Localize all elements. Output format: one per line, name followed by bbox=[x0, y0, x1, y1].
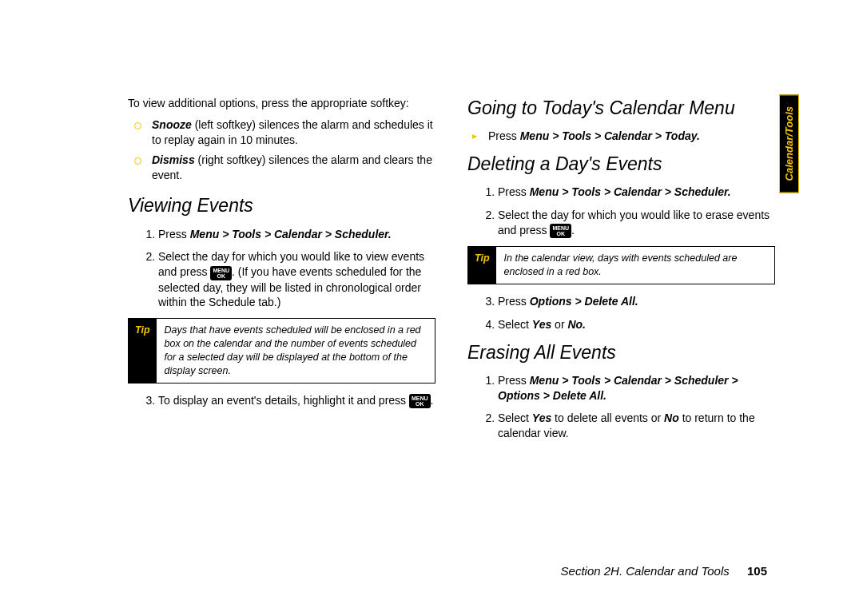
left-column: To view additional options, press the ap… bbox=[128, 96, 435, 449]
tip-text: In the calendar view, days with events s… bbox=[496, 247, 774, 284]
no: No. bbox=[567, 318, 586, 331]
viewing-steps-cont: To display an event's details, highlight… bbox=[128, 393, 435, 408]
softkey-bullets: Snooze (left softkey) silences the alarm… bbox=[128, 117, 435, 183]
step-3: To display an event's details, highlight… bbox=[158, 393, 435, 408]
tip-label: Tip bbox=[468, 247, 496, 284]
text: Press bbox=[498, 295, 530, 308]
intro-text: To view additional options, press the ap… bbox=[128, 96, 435, 111]
step-2: Select the day for which you would like … bbox=[158, 249, 435, 310]
text: to delete all events or bbox=[551, 411, 664, 424]
text: Press bbox=[498, 374, 530, 387]
text-cont: . bbox=[571, 224, 575, 236]
text: Select bbox=[498, 411, 532, 424]
text: Select bbox=[498, 318, 532, 331]
page-number: 105 bbox=[747, 564, 767, 578]
bullet-bold: Snooze bbox=[152, 118, 192, 131]
menu-ok-icon: MENUOK bbox=[409, 394, 431, 408]
erase-steps: Press Menu > Tools > Calendar > Schedule… bbox=[467, 373, 775, 442]
tip-box: Tip In the calendar view, days with even… bbox=[467, 246, 775, 284]
delete-steps: Press Menu > Tools > Calendar > Schedule… bbox=[467, 185, 775, 238]
step-text-cont: . bbox=[431, 394, 434, 407]
menu-ok-icon: MENUOK bbox=[210, 266, 232, 280]
step-2: Select Yes to delete all events or No to… bbox=[498, 411, 775, 441]
step-1: Press Menu > Tools > Calendar > Schedule… bbox=[498, 373, 775, 403]
bullet-dismiss: Dismiss (right softkey) silences the ala… bbox=[144, 153, 435, 183]
no: No bbox=[664, 411, 679, 424]
today-item: Press Menu > Tools > Calendar > Today. bbox=[483, 129, 775, 144]
heading-deleting-day: Deleting a Day's Events bbox=[467, 152, 775, 177]
bullet-bold: Dismiss bbox=[152, 153, 195, 166]
delete-steps-cont: Press Options > Delete All. Select Yes o… bbox=[467, 294, 775, 332]
step-text: To display an event's details, highlight… bbox=[158, 394, 409, 407]
yes: Yes bbox=[532, 411, 551, 424]
right-column: Going to Today's Calendar Menu Press Men… bbox=[467, 96, 775, 449]
page-content: To view additional options, press the ap… bbox=[0, 0, 863, 481]
menu-path: Menu > Tools > Calendar > Scheduler. bbox=[190, 228, 392, 240]
menu-path: Menu > Tools > Calendar > Today. bbox=[520, 129, 700, 142]
tip-box: Tip Days that have events scheduled will… bbox=[128, 318, 435, 384]
menu-path: Menu > Tools > Calendar > Scheduler > Op… bbox=[498, 374, 738, 402]
bullet-snooze: Snooze (left softkey) silences the alarm… bbox=[144, 117, 435, 148]
today-bullet: Press Menu > Tools > Calendar > Today. bbox=[467, 129, 775, 144]
tip-label: Tip bbox=[129, 319, 157, 383]
bullet-rest: (left softkey) silences the alarm and sc… bbox=[152, 118, 433, 146]
step-text: Press bbox=[158, 228, 190, 240]
menu-path: Menu > Tools > Calendar > Scheduler. bbox=[530, 185, 731, 198]
step-1: Press Menu > Tools > Calendar > Schedule… bbox=[498, 185, 775, 200]
menu-path: Options > Delete All. bbox=[530, 295, 638, 308]
side-tab: Calendar/Tools bbox=[779, 94, 799, 193]
heading-erasing-all: Erasing All Events bbox=[467, 340, 775, 365]
heading-viewing-events: Viewing Events bbox=[128, 193, 435, 218]
footer-section: Section 2H. Calendar and Tools bbox=[561, 564, 730, 578]
text: Press bbox=[488, 129, 520, 142]
step-1: Press Menu > Tools > Calendar > Schedule… bbox=[158, 227, 435, 242]
text: Select the day for which you would like … bbox=[498, 209, 770, 236]
heading-today-menu: Going to Today's Calendar Menu bbox=[467, 96, 775, 121]
text: or bbox=[551, 318, 567, 331]
yes: Yes bbox=[532, 318, 551, 331]
step-4: Select Yes or No. bbox=[498, 317, 775, 332]
step-2: Select the day for which you would like … bbox=[498, 208, 775, 238]
viewing-steps: Press Menu > Tools > Calendar > Schedule… bbox=[128, 227, 435, 311]
page-footer: Section 2H. Calendar and Tools 105 bbox=[561, 564, 767, 578]
menu-ok-icon: MENUOK bbox=[550, 224, 571, 238]
text: Press bbox=[498, 185, 530, 198]
tip-text: Days that have events scheduled will be … bbox=[157, 319, 435, 383]
step-3: Press Options > Delete All. bbox=[498, 294, 775, 309]
